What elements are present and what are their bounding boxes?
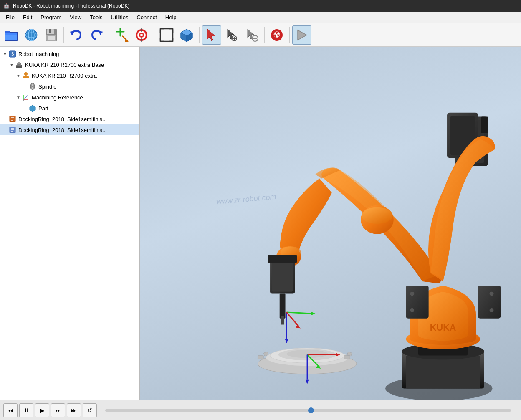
robot-icon — [22, 71, 30, 80]
select2-icon — [244, 28, 259, 43]
tree-item-machining-ref[interactable]: ▼ Machining Reference — [0, 92, 139, 103]
tree-label-spindle: Spindle — [38, 83, 56, 90]
separator-3 — [154, 27, 154, 43]
part-icon — [28, 104, 37, 112]
viewport-3d[interactable]: www.zr-robot.com — [140, 47, 521, 400]
select-button[interactable] — [202, 25, 221, 45]
separator-6 — [289, 27, 290, 43]
robot-scene: KUKA — [140, 47, 521, 400]
fast-forward-button[interactable]: ⏭ — [51, 403, 65, 417]
view-3d-button[interactable] — [177, 25, 196, 45]
tree-toggle-kuka-robot[interactable]: ▼ — [15, 72, 22, 79]
svg-rect-94 — [281, 316, 284, 325]
skip-back-button[interactable]: ⏮ — [3, 403, 18, 417]
tree-item-kuka-robot[interactable]: ▼ KUKA KR 210 R2700 extra — [0, 70, 139, 81]
undo-button[interactable] — [67, 25, 86, 45]
save-button[interactable] — [42, 25, 61, 45]
collision-button[interactable]: ☢ — [267, 25, 286, 45]
svg-rect-91 — [272, 259, 293, 292]
open-folder-button[interactable] — [2, 25, 21, 45]
tree-item-robot-machining[interactable]: ▼ S Robot machining — [0, 48, 139, 59]
save-icon — [44, 28, 59, 43]
fit-view-button[interactable] — [157, 25, 176, 45]
tree-item-part[interactable]: ▶ Part — [0, 103, 139, 114]
svg-line-95 — [286, 312, 311, 314]
menubar: File Edit Program View Tools Utilities C… — [0, 12, 521, 23]
svg-marker-96 — [311, 312, 316, 315]
tree-label-prog2: DockingRing_2018_Side1semifinis... — [18, 127, 107, 133]
svg-rect-75 — [406, 356, 480, 389]
tree-toggle-machining-ref[interactable]: ▼ — [15, 94, 22, 101]
menu-view[interactable]: View — [66, 13, 86, 22]
tree-toggle-kuka-base[interactable]: ▼ — [8, 61, 15, 68]
svg-rect-13 — [48, 36, 55, 40]
svg-point-87 — [362, 207, 393, 224]
tree-label-machining-ref: Machining Reference — [32, 94, 83, 101]
globe-button[interactable] — [22, 25, 41, 45]
svg-marker-115 — [306, 380, 309, 385]
redo-button[interactable] — [87, 25, 106, 45]
redo-icon — [89, 28, 104, 43]
svg-point-82 — [410, 292, 414, 296]
svg-line-99 — [286, 312, 299, 327]
svg-rect-81 — [478, 286, 501, 319]
titlebar-icon: 🤖 — [3, 3, 10, 9]
svg-marker-35 — [228, 29, 234, 39]
menu-help[interactable]: Help — [161, 13, 181, 22]
svg-line-55 — [23, 76, 24, 78]
toolbar: ☢ — [0, 23, 521, 47]
tree-item-spindle[interactable]: ▶ Spindle — [0, 81, 139, 92]
svg-rect-103 — [258, 356, 263, 359]
svg-marker-64 — [30, 105, 35, 112]
program2-icon — [8, 126, 17, 134]
svg-rect-93 — [280, 294, 286, 319]
svg-rect-54 — [24, 76, 28, 78]
play-button[interactable]: ▶ — [35, 403, 49, 417]
menu-edit[interactable]: Edit — [19, 13, 36, 22]
tree-label-kuka-robot: KUKA KR 210 R2700 extra — [32, 73, 97, 79]
tree-toggle-part-spacer: ▶ — [22, 105, 28, 111]
tree-label-robot-machining: Robot machining — [18, 51, 59, 57]
target-button[interactable] — [132, 25, 151, 45]
progress-track[interactable] — [105, 409, 511, 412]
svg-point-53 — [24, 72, 28, 76]
folder-icon — [4, 28, 19, 43]
spindle-icon — [28, 82, 37, 91]
move-cursor-button[interactable] — [222, 25, 241, 45]
run-program-icon — [294, 28, 309, 43]
tree-toggle-robot-machining[interactable]: ▼ — [2, 51, 8, 57]
main-content: ▼ S Robot machining ▼ KUKA KR 210 R2700 … — [0, 47, 521, 400]
pause-button[interactable]: ⏸ — [19, 403, 33, 417]
progress-thumb[interactable] — [308, 407, 314, 413]
tree-toggle-prog1-spacer: ▶ — [2, 116, 8, 122]
tree-item-prog1[interactable]: ▶ DockingRing_2018_Side1semifinis... — [0, 114, 139, 124]
tree-label-kuka-base: KUKA KR 210 R2700 extra Base — [25, 62, 104, 68]
menu-connect[interactable]: Connect — [132, 13, 161, 22]
tree-item-prog2[interactable]: ▶ DockingRing_2018_Side1semifinis... — [0, 124, 139, 135]
svg-point-23 — [140, 34, 143, 36]
svg-rect-48 — [16, 65, 22, 68]
select2-button[interactable] — [242, 25, 261, 45]
separator-2 — [109, 27, 109, 43]
tree-panel: ▼ S Robot machining ▼ KUKA KR 210 R2700 … — [0, 47, 140, 400]
menu-tools[interactable]: Tools — [86, 13, 106, 22]
add-target-icon — [114, 28, 129, 43]
program1-icon — [8, 115, 17, 123]
svg-text:S: S — [11, 52, 14, 56]
menu-program[interactable]: Program — [36, 13, 66, 22]
tree-item-kuka-base[interactable]: ▼ KUKA KR 210 R2700 extra Base — [0, 59, 139, 70]
svg-rect-11 — [49, 29, 51, 33]
skip-end-button[interactable]: ⏭ — [67, 403, 81, 417]
target-icon — [134, 28, 149, 43]
svg-marker-14 — [70, 31, 75, 34]
svg-line-60 — [23, 95, 28, 100]
run-program-button[interactable] — [292, 25, 311, 45]
cube-3d-icon — [179, 28, 194, 43]
menu-file[interactable]: File — [2, 13, 19, 22]
svg-point-85 — [490, 308, 494, 312]
menu-utilities[interactable]: Utilities — [107, 13, 133, 22]
add-target-button[interactable] — [112, 25, 131, 45]
svg-point-84 — [490, 292, 494, 296]
reset-button[interactable]: ↺ — [83, 403, 97, 417]
reference-frame-icon — [22, 93, 30, 101]
